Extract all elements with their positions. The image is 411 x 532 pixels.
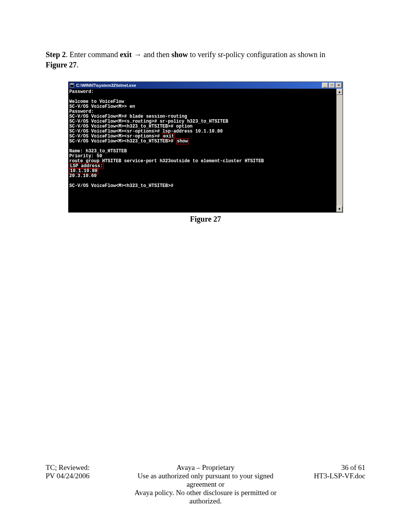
close-icon: ✕ — [337, 83, 340, 87]
scroll-down-button[interactable]: ▼ — [336, 206, 342, 212]
page-footer: TC; Reviewed: Avaya – Proprietary 36 of … — [46, 463, 365, 505]
line: SC-V/OS VoiceFlow<M># blade session-rout… — [69, 114, 187, 119]
terminal-output: Password: Welcome to VoiceFlow SC-V/OS V… — [68, 89, 336, 212]
period: . — [76, 61, 78, 69]
scroll-down-icon: ▼ — [338, 207, 341, 211]
scroll-track[interactable] — [336, 95, 342, 206]
scrollbar[interactable]: ▲ ▼ — [336, 89, 342, 212]
figure-ref: Figure 27 — [46, 61, 76, 69]
step-instruction: Step 2. Enter command exit → and then sh… — [46, 50, 365, 70]
line: SC-V/OS VoiceFlow<M><sr-options># — [69, 134, 162, 139]
footer-left-1: TC; Reviewed: — [46, 463, 122, 472]
step-label: Step 2 — [46, 50, 66, 59]
footer-center-3: Avaya policy. No other disclosure is per… — [122, 489, 289, 505]
close-button[interactable]: ✕ — [336, 83, 342, 88]
line: SC-V/OS VoiceFlow<M><s.routing># sr-poli… — [69, 119, 228, 124]
cmd-show: show — [172, 50, 188, 59]
line: SC-V/OS VoiceFlow<M><h323_to_HTSITEB># — [69, 183, 174, 189]
window-controls: _ □ ✕ — [322, 83, 342, 88]
line: SC-V/OS VoiceFlow<M><h323_to_HTSITEB># o… — [69, 124, 193, 129]
figure-caption: Figure 27 — [46, 215, 365, 224]
text-c: to verify sr-policy configuration as sho… — [188, 50, 325, 59]
scroll-up-icon: ▲ — [338, 90, 341, 94]
line: 20.3.10.60 — [69, 173, 97, 179]
line: Name: h323_to_HTSITEB — [69, 149, 127, 154]
telnet-window: C:\WINNT\system32\telnet.exe _ □ ✕ Passw… — [68, 81, 343, 212]
line: Welcome to VoiceFlow — [69, 99, 124, 104]
maximize-icon: □ — [331, 83, 333, 87]
minimize-icon: _ — [324, 83, 326, 87]
cmd-exit: exit — [120, 50, 132, 59]
highlight-show: show — [176, 138, 189, 144]
titlebar: C:\WINNT\system32\telnet.exe _ □ ✕ — [68, 82, 342, 89]
line: SC-V/OS VoiceFlow<M><sr-options># lsp-ad… — [69, 129, 223, 134]
footer-center-2: Use as authorized only pursuant to your … — [122, 472, 289, 489]
line: SC-V/OS VoiceFlow<M>> en — [69, 104, 135, 109]
app-icon — [69, 83, 75, 88]
minimize-button[interactable]: _ — [322, 83, 328, 88]
line: Password: — [69, 109, 94, 114]
footer-right-1: 36 of 61 — [289, 463, 365, 472]
line: Priority: 50 — [69, 153, 102, 159]
window-title: C:\WINNT\system32\telnet.exe — [76, 83, 322, 88]
arrow-icon: → — [132, 50, 143, 59]
text-a: . Enter command — [66, 50, 120, 59]
footer-left-3 — [46, 489, 122, 505]
maximize-button[interactable]: □ — [329, 83, 335, 88]
footer-right-3 — [289, 489, 365, 505]
line: SC-V/OS VoiceFlow<M><h323_to_HTSITEB># — [69, 139, 176, 144]
svg-rect-1 — [70, 84, 73, 85]
footer-right-2: HT3-LSP-VF.doc — [289, 472, 365, 489]
footer-center-1: Avaya – Proprietary — [122, 463, 289, 472]
line: Password: — [69, 89, 94, 94]
scroll-up-button[interactable]: ▲ — [336, 89, 342, 95]
text-b: and then — [143, 50, 171, 59]
footer-left-2: PV 04/24/2006 — [46, 472, 122, 489]
